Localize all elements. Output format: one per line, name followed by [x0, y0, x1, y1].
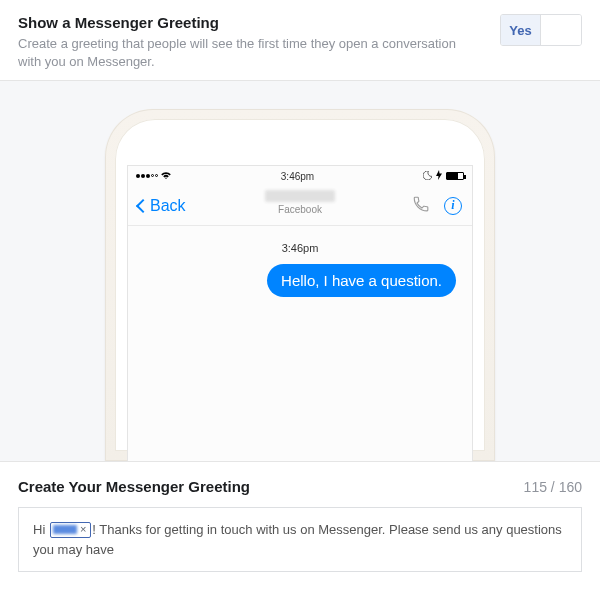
toggle-no[interactable]	[541, 15, 581, 45]
section-description: Create a greeting that people will see t…	[18, 35, 480, 70]
token-remove-icon[interactable]: ×	[80, 524, 86, 535]
editor-title: Create Your Messenger Greeting	[18, 478, 250, 495]
greeting-text-suffix: ! Thanks for getting in touch with us on…	[33, 522, 562, 557]
outgoing-message: Hello, I have a question.	[267, 264, 456, 297]
battery-icon	[446, 172, 464, 180]
toggle-yes[interactable]: Yes	[501, 15, 541, 45]
signal-icon	[136, 174, 158, 178]
info-icon[interactable]: i	[444, 197, 462, 215]
greeting-text-prefix: Hi	[33, 522, 49, 537]
dnd-icon	[423, 171, 432, 182]
contact-subtitle: Facebook	[265, 204, 335, 215]
back-button[interactable]: Back	[138, 197, 186, 215]
status-bar: 3:46pm	[128, 166, 472, 186]
section-title: Show a Messenger Greeting	[18, 14, 480, 31]
name-token[interactable]: ×	[50, 522, 91, 538]
greeting-textarea[interactable]: Hi ×! Thanks for getting in touch with u…	[18, 507, 582, 572]
back-label: Back	[150, 197, 186, 215]
status-time: 3:46pm	[281, 171, 314, 182]
phone-preview: 3:46pm Back	[0, 80, 600, 462]
message-timestamp: 3:46pm	[144, 242, 456, 254]
char-counter: 115 / 160	[524, 479, 582, 495]
token-value-blurred	[53, 525, 77, 534]
chat-nav-bar: Back Facebook i	[128, 186, 472, 226]
charging-icon	[436, 170, 442, 182]
greeting-toggle[interactable]: Yes	[500, 14, 582, 46]
contact-name-blurred	[265, 190, 335, 202]
wifi-icon	[160, 171, 172, 182]
call-icon[interactable]	[412, 195, 430, 217]
chevron-left-icon	[136, 199, 150, 213]
